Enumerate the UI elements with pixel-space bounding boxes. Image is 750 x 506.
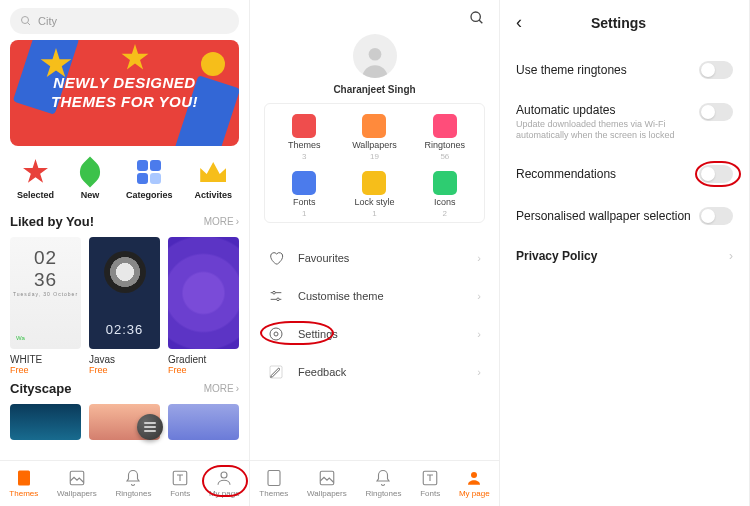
stats-card: Themes3 Wallpapers19 Ringtones56 Fonts1 … bbox=[264, 103, 485, 223]
more-link[interactable]: MORE › bbox=[204, 216, 239, 227]
quick-categories: Selected New Categories Activites bbox=[6, 158, 243, 200]
more-link[interactable]: MORE › bbox=[204, 383, 239, 394]
menu-settings[interactable]: Settings› bbox=[250, 315, 499, 353]
quick-activities[interactable]: Activites bbox=[194, 158, 232, 200]
crown-icon bbox=[200, 162, 226, 182]
stat-fonts[interactable]: Fonts1 bbox=[269, 171, 339, 218]
menu-customise[interactable]: Customise theme› bbox=[250, 277, 499, 315]
svg-rect-3 bbox=[70, 471, 84, 485]
theme-card[interactable]: 0236Tuesday, 30 October Wa WHITE Free bbox=[10, 237, 81, 375]
chevron-right-icon: › bbox=[236, 216, 239, 227]
nav-my-page[interactable]: My page bbox=[209, 469, 240, 498]
stat-wallpapers[interactable]: Wallpapers19 bbox=[339, 114, 409, 161]
theme-thumbnail bbox=[168, 237, 239, 349]
person-icon bbox=[215, 469, 233, 487]
grid-icon bbox=[137, 160, 161, 184]
search-placeholder: City bbox=[38, 15, 57, 27]
gear-icon bbox=[268, 326, 284, 342]
nav-my-page[interactable]: My page bbox=[459, 469, 490, 498]
theme-thumbnail: 0236Tuesday, 30 October Wa bbox=[10, 237, 81, 349]
nav-fonts[interactable]: Fonts bbox=[170, 469, 190, 498]
theme-thumbnail-small[interactable] bbox=[10, 404, 81, 440]
quick-categories[interactable]: Categories bbox=[126, 158, 173, 200]
theme-price: Free bbox=[89, 365, 160, 375]
search-icon bbox=[20, 15, 32, 27]
svg-rect-15 bbox=[270, 366, 282, 378]
menu-favourites[interactable]: Favourites› bbox=[250, 239, 499, 277]
icons-icon bbox=[433, 171, 457, 195]
wallpaper-icon bbox=[318, 469, 336, 487]
setting-auto-updates[interactable]: Automatic updates Update downloaded them… bbox=[500, 91, 749, 153]
menu-feedback[interactable]: Feedback› bbox=[250, 353, 499, 391]
svg-point-12 bbox=[277, 298, 280, 301]
heart-icon bbox=[268, 250, 284, 266]
svg-point-6 bbox=[471, 12, 480, 21]
avatar[interactable] bbox=[353, 34, 397, 78]
floating-action-button[interactable] bbox=[137, 414, 163, 440]
wallpaper-icon bbox=[68, 469, 86, 487]
theme-card[interactable]: Gradient Free bbox=[168, 237, 239, 375]
svg-point-0 bbox=[22, 17, 29, 24]
theme-name: WHITE bbox=[10, 354, 81, 365]
setting-personalised-wallpaper[interactable]: Personalised wallpaper selection bbox=[500, 195, 749, 237]
stat-ringtones[interactable]: Ringtones56 bbox=[410, 114, 480, 161]
nav-ringtones[interactable]: Ringtones bbox=[115, 469, 151, 498]
svg-rect-16 bbox=[268, 471, 280, 486]
chevron-right-icon: › bbox=[236, 383, 239, 394]
setting-theme-ringtones[interactable]: Use theme ringtones bbox=[500, 49, 749, 91]
leaf-icon bbox=[74, 156, 105, 187]
theme-price: Free bbox=[168, 365, 239, 375]
sliders-icon bbox=[268, 288, 284, 304]
chevron-right-icon: › bbox=[729, 249, 733, 263]
svg-point-5 bbox=[221, 472, 227, 478]
search-icon[interactable] bbox=[469, 10, 485, 26]
nav-fonts[interactable]: Fonts bbox=[420, 469, 440, 498]
font-icon bbox=[171, 469, 189, 487]
theme-thumbnail-small[interactable] bbox=[168, 404, 239, 440]
stat-themes[interactable]: Themes3 bbox=[269, 114, 339, 161]
nav-ringtones[interactable]: Ringtones bbox=[365, 469, 401, 498]
nav-themes[interactable]: Themes bbox=[9, 469, 38, 498]
menu-list: Favourites› Customise theme› Settings› F… bbox=[250, 239, 499, 391]
chevron-right-icon: › bbox=[477, 252, 481, 264]
quick-new[interactable]: New bbox=[76, 158, 104, 200]
svg-line-7 bbox=[479, 20, 482, 23]
chevron-right-icon: › bbox=[477, 328, 481, 340]
toggle-switch[interactable] bbox=[699, 207, 733, 225]
nav-themes[interactable]: Themes bbox=[259, 469, 288, 498]
chevron-right-icon: › bbox=[477, 366, 481, 378]
bottom-nav: Themes Wallpapers Ringtones Fonts My pag… bbox=[0, 460, 249, 506]
nav-wallpapers[interactable]: Wallpapers bbox=[307, 469, 347, 498]
nav-wallpapers[interactable]: Wallpapers bbox=[57, 469, 97, 498]
stat-lockstyle[interactable]: Lock style1 bbox=[339, 171, 409, 218]
themes-icon bbox=[265, 469, 283, 487]
bell-icon bbox=[124, 469, 142, 487]
setting-privacy-policy[interactable]: Privacy Policy › bbox=[500, 237, 749, 275]
themes-icon bbox=[15, 469, 33, 487]
theme-card[interactable]: 02:36 Javas Free bbox=[89, 237, 160, 375]
stat-icons[interactable]: Icons2 bbox=[410, 171, 480, 218]
svg-point-14 bbox=[270, 328, 282, 340]
svg-point-11 bbox=[273, 291, 276, 294]
user-name: Charanjeet Singh bbox=[250, 84, 499, 95]
setting-recommendations[interactable]: Recommendations bbox=[500, 153, 749, 195]
person-icon bbox=[465, 469, 483, 487]
search-input[interactable]: City bbox=[10, 8, 239, 34]
promo-banner[interactable]: Newly DesignedThemes For You! bbox=[10, 40, 239, 146]
section-cityscape-title: Cityscape bbox=[10, 381, 71, 396]
themes-icon bbox=[292, 114, 316, 138]
svg-rect-2 bbox=[18, 471, 30, 486]
toggle-switch[interactable] bbox=[699, 61, 733, 79]
toggle-switch[interactable] bbox=[699, 103, 733, 121]
bell-icon bbox=[433, 114, 457, 138]
theme-thumbnail: 02:36 bbox=[89, 237, 160, 349]
toggle-switch[interactable] bbox=[699, 165, 733, 183]
star-icon bbox=[23, 159, 49, 185]
page-title: Settings bbox=[504, 15, 733, 31]
themes-home-panel: City Newly DesignedThemes For You! Selec… bbox=[0, 0, 250, 506]
quick-selected[interactable]: Selected bbox=[17, 158, 54, 200]
chevron-right-icon: › bbox=[477, 290, 481, 302]
settings-panel: ‹ Settings Use theme ringtones Automatic… bbox=[500, 0, 750, 506]
wallpaper-icon bbox=[362, 114, 386, 138]
my-page-panel: Charanjeet Singh Themes3 Wallpapers19 Ri… bbox=[250, 0, 500, 506]
